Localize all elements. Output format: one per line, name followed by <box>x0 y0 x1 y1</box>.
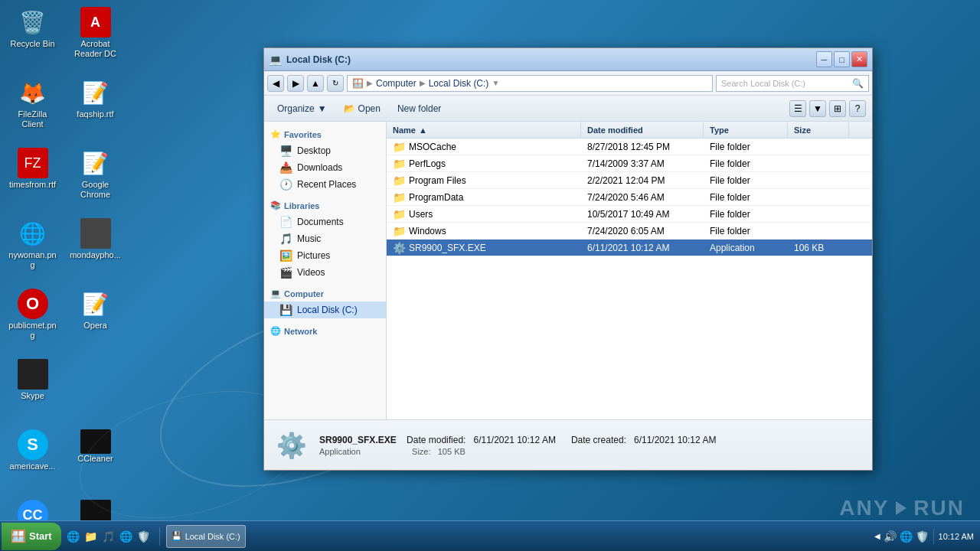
desktop-icon-publicmet[interactable]: Skype <box>4 356 61 425</box>
desktop-icon-faqship[interactable]: 📝 faqship.rtf <box>67 74 124 143</box>
main-content: ⭐ Favorites 🖥️ Desktop 📥 Downloads 🕐 Rec… <box>264 122 872 419</box>
desktop-icon-filezilla[interactable]: FZ timesfrom.rtf <box>4 145 61 214</box>
desktop-icon-skype[interactable]: S americave... <box>4 426 61 495</box>
address-path[interactable]: 🪟 ▶ Computer ▶ Local Disk (C:) ▼ <box>347 75 713 92</box>
open-button[interactable]: 📂 Open <box>337 99 387 118</box>
favorites-section[interactable]: ⭐ Favorites <box>264 126 386 142</box>
svg-marker-0 <box>896 501 906 515</box>
recycle-bin-label: Recycle Bin <box>10 39 54 49</box>
local-disk-icon: 💾 <box>279 304 292 316</box>
status-details: Application Size: 105 KB <box>319 447 863 456</box>
address-bar: ◀ ▶ ▲ ↻ 🪟 ▶ Computer ▶ Local Disk (C:) ▼… <box>264 71 872 96</box>
nav-local-disk[interactable]: 💾 Local Disk (C:) <box>264 302 386 318</box>
desktop-icon-acrobat[interactable]: A Acrobat Reader DC <box>67 4 124 73</box>
downloads-nav-icon: 📥 <box>279 161 292 174</box>
taskbar-separator <box>159 527 160 546</box>
preview-pane-button[interactable]: ⊞ <box>829 100 846 117</box>
recent-places-icon: 🕐 <box>279 178 292 191</box>
view-options-button[interactable]: ☰ <box>789 100 806 117</box>
file-row-windows[interactable]: 📁 Windows 7/24/2020 6:05 AM File folder <box>387 223 872 240</box>
forward-button[interactable]: ▶ <box>287 75 304 92</box>
desktop-icon-firefox[interactable]: 🦊 FileZilla Client <box>4 74 61 143</box>
col-header-date[interactable]: Date modified <box>581 122 704 138</box>
taskbar-media-icon[interactable]: 🎵 <box>101 529 116 544</box>
status-info: SR9900_SFX.EXE Date modified: 6/11/2021 … <box>319 435 863 456</box>
nav-documents[interactable]: 📄 Documents <box>264 214 386 230</box>
nav-downloads[interactable]: 📥 Downloads <box>264 159 386 176</box>
file-name-sr9900: ⚙️ SR9900_SFX.EXE <box>387 242 581 254</box>
taskbar-chrome-quick-icon[interactable]: 🌐 <box>119 529 134 544</box>
desktop-icon-timesfrom[interactable]: 📝 Google Chrome <box>67 145 124 214</box>
tray-network-icon[interactable]: 🌐 <box>900 530 913 543</box>
network-section[interactable]: 🌐 Network <box>264 323 386 339</box>
refresh-button[interactable]: ↻ <box>327 75 344 92</box>
tray-arrow-icon[interactable]: ◀ <box>874 532 880 540</box>
new-folder-button[interactable]: New folder <box>390 99 448 118</box>
file-date-perflogs: 7/14/2009 3:37 AM <box>581 158 704 169</box>
title-bar-text: Local Disk (C:) <box>286 54 816 65</box>
nav-pictures[interactable]: 🖼️ Pictures <box>264 247 386 264</box>
status-date-created-label: Date created: <box>571 435 626 445</box>
desktop-icon-opera[interactable]: O publicmet.png <box>4 285 61 354</box>
nav-desktop[interactable]: 🖥️ Desktop <box>264 142 386 159</box>
system-tray: ◀ 🔊 🌐 🛡️ 10:12 AM <box>868 529 980 544</box>
file-row-programdata[interactable]: 📁 ProgramData 7/24/2020 5:46 AM File fol… <box>387 189 872 206</box>
organize-button[interactable]: Organize ▼ <box>270 99 334 118</box>
mondaypho-icon: 📝 <box>80 289 111 319</box>
publicmet-label: Skype <box>21 391 44 401</box>
anyrun-watermark: ANY RUN <box>839 496 965 520</box>
title-bar-buttons: ─ □ ✕ <box>816 51 867 67</box>
desktop-icon-chrome[interactable]: 🌐 nywoman.png <box>4 215 61 284</box>
help-button[interactable]: ? <box>849 100 866 117</box>
nav-panel: ⭐ Favorites 🖥️ Desktop 📥 Downloads 🕐 Rec… <box>264 122 387 419</box>
view-toggle-button[interactable]: ▼ <box>809 100 826 117</box>
file-row-perflogs[interactable]: 📁 PerfLogs 7/14/2009 3:37 AM File folder <box>387 155 872 172</box>
desktop-icon-nywoman[interactable]: mondaypho... <box>67 215 124 284</box>
file-row-program-files[interactable]: 📁 Program Files 2/2/2021 12:04 PM File f… <box>387 172 872 189</box>
acrobat-icon: A <box>80 7 111 37</box>
taskbar-security-icon[interactable]: 🛡️ <box>136 529 152 544</box>
file-type-msocache: File folder <box>704 142 788 152</box>
desktop-icon-americave[interactable]: CCleaner <box>67 426 124 495</box>
libraries-section[interactable]: 📚 Libraries <box>264 197 386 214</box>
file-row-msocache[interactable]: 📁 MSOCache 8/27/2018 12:45 PM File folde… <box>387 139 872 155</box>
minimize-button[interactable]: ─ <box>816 51 832 67</box>
path-arrow-3: ▼ <box>492 79 499 87</box>
documents-label: Documents <box>297 217 344 227</box>
file-type-users: File folder <box>704 209 788 220</box>
col-header-name[interactable]: Name ▲ <box>387 122 581 138</box>
close-button[interactable]: ✕ <box>851 51 867 67</box>
network-label: Network <box>284 327 317 336</box>
nav-music[interactable]: 🎵 Music <box>264 230 386 247</box>
local-disk-label: Local Disk (C:) <box>297 305 358 315</box>
taskbar-ie-icon[interactable]: 🌐 <box>66 529 81 544</box>
tray-sound-icon[interactable]: 🔊 <box>884 530 897 543</box>
folder-icon-program-files: 📁 <box>393 174 406 187</box>
system-clock[interactable]: 10:12 AM <box>939 532 974 541</box>
skype-icon: S <box>18 429 48 460</box>
file-row-users[interactable]: 📁 Users 10/5/2017 10:49 AM File folder <box>387 206 872 223</box>
desktop-icon-recycle-bin[interactable]: 🗑️ Recycle Bin <box>4 4 61 73</box>
taskbar-explorer-icon[interactable]: 📁 <box>83 529 99 544</box>
up-button[interactable]: ▲ <box>307 75 324 92</box>
search-icon[interactable]: 🔍 <box>852 78 864 89</box>
start-button[interactable]: 🪟 Start <box>2 523 61 550</box>
desktop-icon-mondaypho[interactable]: 📝 Opera <box>67 285 124 354</box>
taskbar-quick-launch: 🌐 📁 🎵 🌐 🛡️ <box>66 529 152 544</box>
col-header-size[interactable]: Size <box>788 122 849 138</box>
search-box[interactable]: Search Local Disk (C:) 🔍 <box>716 75 869 92</box>
tray-security-icon[interactable]: 🛡️ <box>916 530 929 543</box>
nav-recent-places[interactable]: 🕐 Recent Places <box>264 176 386 193</box>
videos-icon: 🎬 <box>279 266 292 279</box>
file-row-sr9900[interactable]: ⚙️ SR9900_SFX.EXE 6/11/2021 10:12 AM App… <box>387 240 872 256</box>
faqship-icon: 📝 <box>80 77 111 108</box>
skype-label: americave... <box>10 461 56 471</box>
taskbar-item-explorer[interactable]: 💾 Local Disk (C:) <box>166 525 246 548</box>
back-button[interactable]: ◀ <box>267 75 284 92</box>
folder-icon-msocache: 📁 <box>393 141 406 153</box>
col-header-type[interactable]: Type <box>704 122 788 138</box>
maximize-button[interactable]: □ <box>834 51 850 67</box>
computer-section[interactable]: 💻 Computer <box>264 285 386 302</box>
new-folder-label: New folder <box>397 103 441 114</box>
nav-videos[interactable]: 🎬 Videos <box>264 264 386 281</box>
